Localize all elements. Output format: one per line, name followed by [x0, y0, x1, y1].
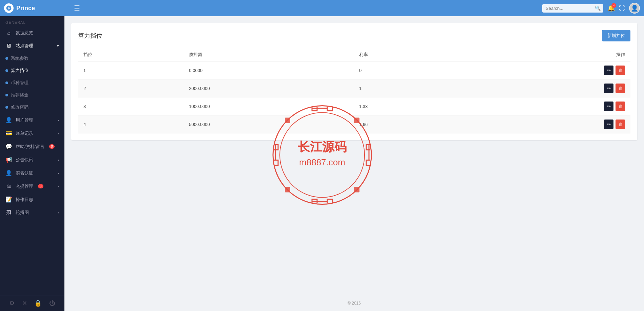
chevron-down-icon: ▾: [57, 44, 59, 48]
cell-pledge: 0.0000: [183, 61, 354, 79]
sidebar-footer: ⚙ ✕ 🔒 ⏻: [0, 295, 64, 311]
page-card: 算力挡位 新增挡位 挡位 质押额 利率 操作 1 0.0000: [71, 23, 637, 140]
sidebar-sub-item-system-params-label: 系统参数: [11, 55, 28, 61]
sidebar-item-carousel-label: 轮播图: [16, 209, 29, 216]
col-action: 操作: [459, 48, 630, 61]
sidebar-item-operation-log[interactable]: 📝 操作日志: [0, 193, 64, 206]
sidebar-item-site-management[interactable]: 🖥 站点管理 ▾: [0, 39, 64, 52]
col-rate: 利率: [354, 48, 459, 61]
sidebar-sub-item-change-password[interactable]: 修改密码: [0, 101, 64, 113]
sidebar-item-help-feedback-label: 帮助/资料/留言: [16, 144, 44, 150]
sidebar-sub-item-hashrate-tiers[interactable]: 算力挡位: [0, 65, 64, 77]
expand-button[interactable]: ⛶: [619, 5, 625, 12]
dashboard-icon: ⌂: [5, 30, 12, 36]
sidebar-item-dashboard[interactable]: ⌂ 数据总览: [0, 26, 64, 39]
cell-rate: 1.33: [354, 97, 459, 115]
cell-tier: 2: [78, 79, 183, 97]
cell-actions: ✏ 🗑: [459, 61, 630, 79]
edit-button-3[interactable]: ✏: [604, 120, 613, 129]
cell-actions: ✏ 🗑: [459, 115, 630, 133]
sidebar-item-announcements-label: 公告快讯: [16, 157, 33, 163]
sidebar-item-user-management-label: 用户管理: [16, 117, 33, 123]
sidebar-item-real-name-auth-label: 实名认证: [16, 170, 33, 176]
recharge-management-badge: 0: [38, 184, 43, 188]
search-box: 🔍: [542, 4, 603, 13]
page-header: 算力挡位 新增挡位: [78, 30, 630, 41]
sidebar-item-account-records[interactable]: 💳 账单记录 ›: [0, 127, 64, 140]
log-icon: 📝: [5, 196, 12, 203]
lock-button[interactable]: 🔒: [34, 299, 42, 307]
announce-icon: 📢: [5, 157, 12, 163]
sidebar-sub-item-currency-management[interactable]: 币种管理: [0, 77, 64, 89]
svg-text:P: P: [8, 6, 10, 10]
edit-button-0[interactable]: ✏: [604, 66, 613, 75]
sidebar-item-help-feedback[interactable]: 💬 帮助/资料/留言 0: [0, 140, 64, 153]
chevron-right-icon2: ›: [58, 131, 59, 135]
delete-button-1[interactable]: 🗑: [616, 84, 625, 93]
sidebar: GENERAL ⌂ 数据总览 🖥 站点管理 ▾ 系统参数 算力挡位 币种管理 推…: [0, 16, 64, 311]
search-input[interactable]: [542, 4, 603, 13]
edit-button-2[interactable]: ✏: [604, 102, 613, 111]
cell-actions: ✏ 🗑: [459, 79, 630, 97]
cell-rate: 1.66: [354, 115, 459, 133]
notification-button[interactable]: 🔔 4: [607, 4, 615, 12]
sidebar-sub-item-hashrate-tiers-label: 算力挡位: [11, 68, 28, 74]
close-button[interactable]: ✕: [22, 299, 27, 307]
main-layout: GENERAL ⌂ 数据总览 🖥 站点管理 ▾ 系统参数 算力挡位 币种管理 推…: [0, 16, 644, 311]
logo-icon: P: [4, 3, 14, 13]
notification-badge: 4: [611, 3, 616, 8]
sidebar-sub-item-system-params[interactable]: 系统参数: [0, 52, 64, 65]
sidebar-item-operation-log-label: 操作日志: [16, 197, 33, 203]
sidebar-item-announcements[interactable]: 📢 公告快讯 ›: [0, 153, 64, 166]
help-feedback-badge: 0: [49, 144, 55, 149]
sidebar-item-recharge-management[interactable]: ⚖ 充提管理 0 ›: [0, 180, 64, 193]
hamburger-button[interactable]: ☰: [71, 3, 83, 14]
search-icon: 🔍: [595, 5, 601, 11]
comment-icon: 💬: [5, 143, 12, 150]
id-icon: 👤: [5, 170, 12, 176]
sidebar-sub-item-change-password-label: 修改密码: [11, 104, 28, 110]
col-pledge: 质押额: [183, 48, 354, 61]
header-right: 🔍 🔔 4 ⛶ 👤: [542, 3, 640, 14]
sidebar-item-dashboard-label: 数据总览: [16, 30, 33, 36]
copyright: © 2016: [348, 301, 361, 306]
sidebar-item-real-name-auth[interactable]: 👤 实名认证 ›: [0, 166, 64, 180]
scale-icon: ⚖: [5, 183, 12, 189]
card-icon: 💳: [5, 130, 12, 136]
edit-button-1[interactable]: ✏: [604, 84, 613, 93]
delete-button-0[interactable]: 🗑: [616, 66, 625, 75]
settings-button[interactable]: ⚙: [9, 299, 15, 307]
add-tier-button[interactable]: 新增挡位: [602, 30, 630, 41]
sidebar-section-label: GENERAL: [0, 16, 64, 26]
sidebar-item-user-management[interactable]: 👤 用户管理 ›: [0, 113, 64, 127]
col-tier: 挡位: [78, 48, 183, 61]
logo-area: P Prince: [4, 3, 69, 13]
cell-pledge: 1000.0000: [183, 97, 354, 115]
sidebar-item-account-records-label: 账单记录: [16, 130, 33, 136]
sidebar-sub-item-referral-bonus[interactable]: 推荐奖金: [0, 89, 64, 101]
cell-tier: 4: [78, 115, 183, 133]
page-title: 算力挡位: [78, 32, 102, 40]
avatar[interactable]: 👤: [629, 3, 640, 14]
chevron-right-icon6: ›: [58, 211, 59, 215]
table-row: 3 1000.0000 1.33 ✏ 🗑: [78, 97, 630, 115]
cell-pledge: 2000.0000: [183, 79, 354, 97]
table-row: 2 2000.0000 1 ✏ 🗑: [78, 79, 630, 97]
user-icon: 👤: [5, 117, 12, 123]
chevron-right-icon: ›: [58, 118, 59, 122]
content-area: 算力挡位 新增挡位 挡位 质押额 利率 操作 1 0.0000: [64, 16, 644, 295]
content-footer: © 2016: [64, 295, 644, 311]
cell-tier: 1: [78, 61, 183, 79]
sidebar-sub-item-currency-management-label: 币种管理: [11, 80, 28, 86]
power-button[interactable]: ⏻: [49, 299, 55, 307]
delete-button-2[interactable]: 🗑: [616, 102, 625, 111]
sidebar-item-carousel[interactable]: 🖼 轮播图 ›: [0, 206, 64, 219]
chevron-right-icon4: ›: [58, 171, 59, 175]
cell-rate: 0: [354, 61, 459, 79]
app-name: Prince: [16, 5, 35, 12]
chevron-right-icon3: ›: [58, 158, 59, 162]
cell-tier: 3: [78, 97, 183, 115]
delete-button-3[interactable]: 🗑: [616, 120, 625, 129]
sidebar-sub-site-management: 系统参数 算力挡位 币种管理 推荐奖金 修改密码: [0, 52, 64, 113]
top-header: P Prince ☰ 🔍 🔔 4 ⛶ 👤: [0, 0, 644, 16]
